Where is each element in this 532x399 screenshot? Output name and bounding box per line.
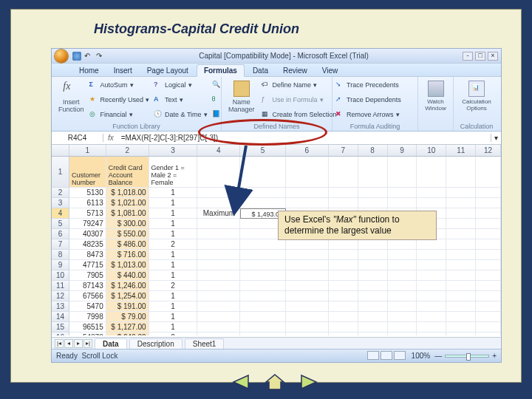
remove-arrows-button[interactable]: ✖Remove Arrows ▾ (335, 110, 415, 119)
math-button[interactable]: θ (212, 95, 221, 104)
name-box[interactable]: R4C4 (52, 134, 103, 142)
star-icon: ★ (89, 95, 98, 104)
text-icon: A (154, 95, 163, 104)
group-label: Calculation (457, 122, 497, 131)
tab-data[interactable]: Data (246, 65, 275, 76)
theta-icon: θ (212, 95, 221, 104)
status-scroll-lock: Scroll Lock (81, 352, 117, 360)
quick-access-toolbar[interactable]: ↶ ↷ (72, 52, 105, 61)
tag-icon (233, 81, 250, 97)
formula-bar: R4C4 fx =MAX(R[-2]C[-3]:R[297]C[-3]) ▾ (52, 132, 501, 145)
col3-header: Gender 1 = Male 2 = Female (149, 157, 198, 188)
grid-body[interactable]: 1 Customer Number Credit Card Account Ba… (52, 157, 501, 335)
tab-home[interactable]: Home (72, 65, 106, 76)
text-button[interactable]: AText ▾ (154, 95, 208, 104)
maximize-button[interactable]: □ (475, 52, 485, 61)
create-from-selection-button[interactable]: ▦Create from Selection (262, 110, 337, 119)
grid-icon: ▦ (262, 110, 270, 119)
fx-icon: fx (63, 81, 79, 97)
office-button[interactable] (55, 50, 68, 63)
datetime-button[interactable]: 🕓Date & Time ▾ (154, 110, 208, 119)
recently-used-button[interactable]: ★Recently Used ▾ (89, 95, 150, 104)
tab-nav-first[interactable]: |◂ (55, 339, 64, 348)
watch-icon (428, 81, 444, 97)
lookup-icon: 🔍 (212, 81, 221, 89)
next-slide-button[interactable] (296, 373, 318, 391)
select-all-corner[interactable] (52, 145, 69, 156)
sheet-tab-description[interactable]: Description (129, 338, 183, 349)
ribbon: fx Insert Function ΣAutoSum ▾ ★Recently … (52, 77, 501, 132)
table-row[interactable]: 1596515$ 1,127.001 (52, 322, 501, 332)
undo-icon[interactable]: ↶ (84, 52, 93, 61)
table-row[interactable]: 748235$ 486.002 (52, 239, 501, 250)
tab-nav-next[interactable]: ▸ (74, 339, 83, 348)
tab-nav-last[interactable]: ▸| (83, 339, 92, 348)
col2-header: Credit Card Account Balance (106, 157, 149, 188)
arrow-in-icon: ➘ (335, 81, 344, 89)
table-row[interactable]: 947715$ 1,013.001 (52, 260, 501, 270)
sheet-tab-data[interactable]: Data (95, 338, 127, 349)
slide-nav (231, 373, 318, 391)
expand-formula-bar[interactable]: ▾ (491, 134, 501, 142)
trace-precedents-button[interactable]: ➘Trace Precedents (335, 81, 415, 89)
coin-icon: ◎ (89, 110, 98, 119)
label-icon: 🏷 (262, 81, 270, 89)
column-headers[interactable]: 1 2 3 4 5 6 7 8 9 10 11 12 (52, 145, 501, 157)
clock-icon: 🕓 (154, 110, 163, 119)
insert-function-button[interactable]: fx Insert Function (55, 78, 88, 121)
group-watch: Watch Window (418, 77, 454, 131)
formula-input[interactable]: =MAX(R[-2]C[-3]:R[297]C[-3]) (118, 134, 491, 142)
tab-page-layout[interactable]: Page Layout (140, 65, 195, 76)
minimize-button[interactable]: - (463, 52, 473, 61)
redo-icon[interactable]: ↷ (96, 52, 105, 61)
view-buttons[interactable] (367, 351, 407, 361)
sheet-tab-sheet1[interactable]: Sheet1 (185, 338, 225, 349)
table-row[interactable]: 107905$ 440.001 (52, 270, 501, 281)
table-row[interactable]: 36113$ 1,021.001 (52, 198, 501, 208)
tab-review[interactable]: Review (276, 65, 314, 76)
tab-formulas[interactable]: Formulas (197, 64, 245, 77)
group-calculation: 📊 Calculation Options Calculation (454, 77, 499, 131)
instruction-callout: Use Excel's "Max" function to determine … (278, 211, 437, 240)
more-button[interactable]: 📘 (212, 110, 221, 119)
table-row[interactable]: 1187143$ 1,246.002 (52, 281, 501, 291)
autosum-button[interactable]: ΣAutoSum ▾ (89, 81, 150, 89)
close-button[interactable]: × (488, 52, 498, 61)
tab-view[interactable]: View (316, 65, 345, 76)
trace-dependents-button[interactable]: ➚Trace Dependents (335, 95, 415, 104)
sigma-icon: Σ (89, 81, 98, 89)
group-label: Formula Auditing (335, 122, 415, 131)
tab-nav-prev[interactable]: ◂ (64, 339, 73, 348)
question-icon: ? (154, 81, 163, 89)
titlebar: ↶ ↷ Capital [Compatibility Mode] - Micro… (52, 49, 501, 64)
logical-button[interactable]: ?Logical ▾ (154, 81, 208, 89)
book-icon: 📘 (212, 110, 221, 119)
excel-window: ↶ ↷ Capital [Compatibility Mode] - Micro… (51, 48, 502, 363)
tab-insert[interactable]: Insert (107, 65, 139, 76)
sheet-tabs: |◂ ◂ ▸ ▸| Data Description Sheet1 (52, 337, 501, 349)
group-label: Function Library (55, 122, 218, 131)
zoom-slider[interactable]: — + (434, 352, 497, 360)
table-row[interactable]: 1267566$ 1,254.001 (52, 291, 501, 301)
financial-button[interactable]: ◎Financial ▾ (89, 110, 150, 119)
table-row[interactable]: 1654378$ 646.002 (52, 332, 501, 335)
calc-options-button[interactable]: 📊 Calculation Options (457, 78, 497, 114)
define-name-button[interactable]: 🏷Define Name ▾ (262, 81, 337, 89)
worksheet-grid[interactable]: 1 2 3 4 5 6 7 8 9 10 11 12 1 Customer Nu… (52, 145, 501, 335)
name-manager-button[interactable]: Name Manager (225, 78, 259, 121)
use-in-formula-button[interactable]: ƒUse in Formula ▾ (262, 95, 337, 104)
zoom-level[interactable]: 100% (412, 352, 431, 360)
home-button[interactable] (264, 373, 286, 391)
table-row[interactable]: 147998$ 79.001 (52, 312, 501, 322)
ribbon-tabs: Home Insert Page Layout Formulas Data Re… (52, 64, 501, 77)
save-icon[interactable] (72, 52, 81, 61)
fx-button[interactable]: fx (103, 134, 118, 142)
prev-slide-button[interactable] (231, 373, 253, 391)
lookup-button[interactable]: 🔍 (212, 81, 221, 89)
table-row[interactable]: 25130$ 1,018.001 (52, 188, 501, 198)
fx-small-icon: ƒ (262, 95, 270, 104)
watch-window-button[interactable]: Watch Window (421, 78, 450, 114)
table-row[interactable]: 88473$ 716.001 (52, 250, 501, 260)
table-row[interactable]: 135470$ 191.001 (52, 301, 501, 312)
status-bar: Ready Scroll Lock 100% — + (52, 349, 501, 362)
